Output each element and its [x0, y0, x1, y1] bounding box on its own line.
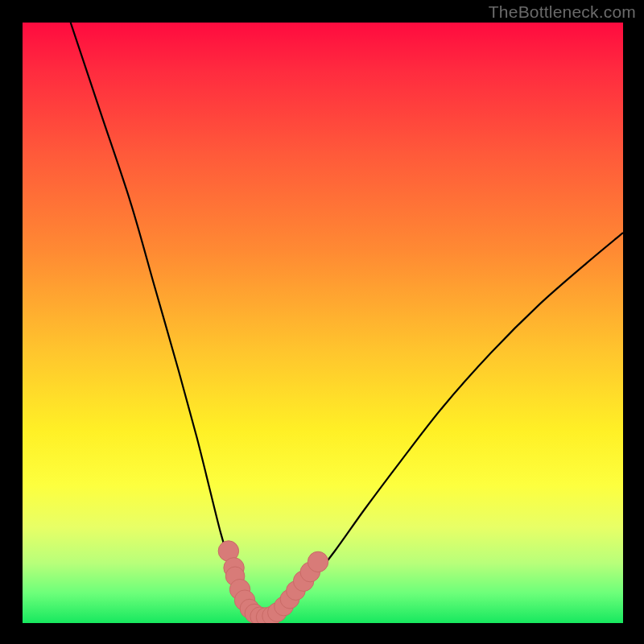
- bottleneck-curve-path: [71, 23, 623, 617]
- chart-svg: [23, 23, 623, 623]
- chart-markers: [218, 541, 328, 623]
- watermark-text: TheBottleneck.com: [489, 2, 636, 22]
- chart-plot-area: [23, 23, 623, 623]
- chart-marker: [308, 551, 328, 572]
- chart-frame: TheBottleneck.com: [0, 0, 644, 644]
